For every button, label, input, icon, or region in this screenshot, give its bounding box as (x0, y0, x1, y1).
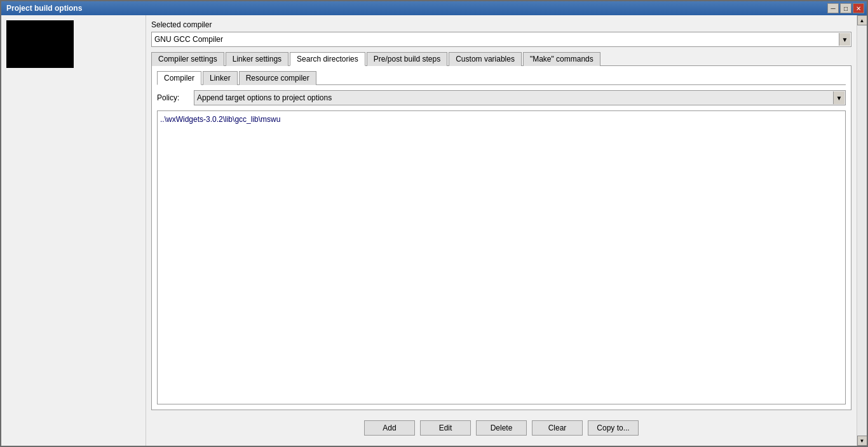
tab-search-directories[interactable]: Search directories (290, 52, 365, 66)
clear-button[interactable]: Clear (532, 420, 583, 436)
policy-dropdown-wrapper: Append target options to project options… (194, 90, 846, 105)
tab-custom-variables[interactable]: Custom variables (449, 52, 522, 66)
minimize-button[interactable]: ─ (827, 3, 839, 13)
policy-dropdown[interactable]: Append target options to project options… (194, 90, 846, 105)
inner-tabs: Compiler Linker Resource compiler (157, 71, 846, 85)
compiler-dropdown[interactable]: GNU GCC Compiler (151, 32, 851, 47)
tab-compiler-settings[interactable]: Compiler settings (151, 52, 224, 66)
left-panel (1, 15, 146, 446)
right-panel: Selected compiler GNU GCC Compiler ▼ Com… (146, 15, 857, 446)
selected-compiler-label: Selected compiler (151, 20, 851, 29)
scrollbar: ▲ ▼ (857, 15, 867, 446)
left-panel-image (6, 20, 74, 68)
scroll-up-button[interactable]: ▲ (857, 15, 867, 25)
compiler-dropdown-wrapper: GNU GCC Compiler ▼ (151, 32, 851, 47)
add-button[interactable]: Add (364, 420, 415, 436)
window-title: Project build options (4, 4, 82, 13)
main-tabs: Compiler settings Linker settings Search… (151, 52, 851, 66)
scroll-down-button[interactable]: ▼ (857, 436, 867, 446)
close-button[interactable]: ✕ (853, 3, 864, 13)
copy-to-button[interactable]: Copy to... (588, 420, 639, 436)
delete-button[interactable]: Delete (476, 420, 527, 436)
tab-pre-post-build[interactable]: Pre/post build steps (367, 52, 447, 66)
inner-tab-compiler[interactable]: Compiler (157, 71, 201, 85)
window-content: Selected compiler GNU GCC Compiler ▼ Com… (1, 15, 867, 446)
edit-button[interactable]: Edit (420, 420, 471, 436)
maximize-button[interactable]: □ (840, 3, 851, 13)
policy-label: Policy: (157, 93, 189, 102)
inner-tab-linker[interactable]: Linker (203, 71, 238, 85)
main-window: Project build options ─ □ ✕ Selected com… (0, 0, 868, 447)
tab-content: Compiler Linker Resource compiler Policy… (151, 66, 851, 410)
directory-list[interactable]: ..\wxWidgets-3.0.2\lib\gcc_lib\mswu (157, 110, 846, 404)
title-bar-buttons: ─ □ ✕ (827, 3, 864, 13)
buttons-row: Add Edit Delete Clear Copy to... (151, 415, 851, 441)
tab-linker-settings[interactable]: Linker settings (226, 52, 288, 66)
policy-row: Policy: Append target options to project… (157, 90, 846, 105)
title-bar: Project build options ─ □ ✕ (1, 1, 867, 15)
directory-item: ..\wxWidgets-3.0.2\lib\gcc_lib\mswu (160, 114, 843, 125)
tab-make-commands[interactable]: "Make" commands (523, 52, 600, 66)
inner-tab-resource-compiler[interactable]: Resource compiler (239, 71, 316, 85)
